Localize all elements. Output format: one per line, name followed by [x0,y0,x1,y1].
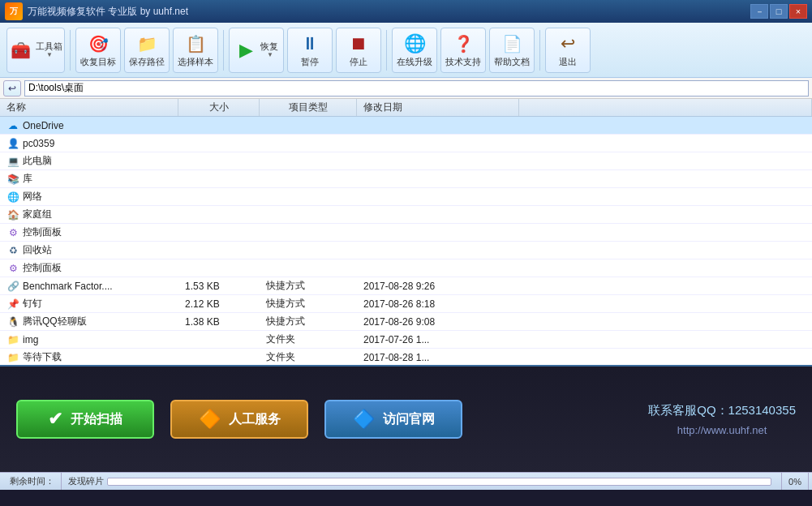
visit-icon: 🔷 [353,409,375,430]
tech-support-button[interactable]: ❓ 技术支持 [440,28,486,73]
toolbox-arrow: ▼ [46,51,53,58]
col-header-size: 大小 [178,99,260,116]
bottom-area: ✔ 开始扫描 🔶 人工服务 🔷 访问官网 联系客服QQ：1253140355 h… [0,367,812,472]
pause-icon: ⏸ [299,32,321,55]
toolbox-icon: 🧰 [10,39,32,62]
file-size: 2.12 KB [178,298,260,310]
tech-support-icon: ❓ [452,32,475,55]
sep4 [539,30,540,71]
table-row[interactable]: 🌐 网络 [0,188,812,206]
table-row[interactable]: ☁ OneDrive [0,117,812,135]
file-icon: 📌 [6,298,19,311]
table-row[interactable]: 📌 钉钉 2.12 KB 快捷方式 2017-08-26 8:18 [0,295,812,313]
table-row[interactable]: 📁 img 文件夹 2017-07-26 1... [0,331,812,349]
file-size: 1.53 KB [178,281,260,292]
recover-button[interactable]: ▶ 恢复 ▼ [229,28,284,73]
stop-icon: ⏹ [347,32,370,55]
visit-website-button[interactable]: 🔷 访问官网 [324,400,462,439]
tech-support-label: 技术支持 [445,57,481,66]
recover-target-icon: 🎯 [87,32,110,55]
human-icon: 🔶 [199,409,221,430]
fragment-label: 发现碎片 [68,475,104,487]
maximize-button[interactable]: □ [770,4,788,19]
file-list-header: 名称 大小 项目类型 修改日期 [0,99,812,117]
file-date: 2017-08-26 9:08 [357,316,519,328]
stop-button[interactable]: ⏹ 停止 [336,28,381,73]
file-name: 回收站 [23,243,52,257]
table-row[interactable]: 💻 此电脑 [0,152,812,170]
recover-icon: ▶ [234,39,257,62]
table-row[interactable]: 👤 pc0359 [0,135,812,152]
progress-percent: 0% [782,473,809,490]
time-label: 剩余时间： [10,475,54,487]
table-row[interactable]: ♻ 回收站 [0,242,812,259]
file-icon: 👤 [6,137,19,150]
fragment-status: 发现碎片 [62,473,782,490]
stop-label: 停止 [350,57,367,66]
online-upgrade-button[interactable]: 🌐 在线升级 [392,28,437,73]
address-bar: ↩ [0,78,812,99]
path-input[interactable] [24,80,809,96]
recover-target-button[interactable]: 🎯 收复目标 [75,28,121,73]
file-list-scroll[interactable]: ☁ OneDrive 👤 pc0359 💻 此电脑 📚 [0,117,812,367]
contact-area: 联系客服QQ：1253140355 http://www.uuhf.net [648,399,796,440]
file-size: 1.38 KB [178,316,260,328]
percent-label: 0% [788,477,801,487]
pause-button[interactable]: ⏸ 暂停 [287,28,333,73]
file-name: 库 [23,172,32,186]
file-icon: ♻ [6,244,19,257]
app-title: 万能视频修复软件 专业版 by uuhf.net [28,5,188,19]
exit-button[interactable]: ↩ 退出 [545,28,591,73]
minimize-button[interactable]: － [750,4,768,19]
recover-arrow: ▼ [267,51,273,58]
file-name: Benchmark Factor.... [23,281,113,292]
help-docs-button[interactable]: 📄 帮助文档 [489,28,535,73]
human-service-button[interactable]: 🔶 人工服务 [170,400,308,439]
select-sample-button[interactable]: 📋 选择样本 [173,28,218,73]
close-button[interactable]: × [789,4,807,19]
help-docs-label: 帮助文档 [494,57,530,66]
table-row[interactable]: ⚙ 控制面板 [0,259,812,277]
file-name: 家庭组 [23,208,52,221]
select-sample-label: 选择样本 [178,57,213,66]
table-row[interactable]: 📁 等待下载 文件夹 2017-08-28 1... [0,349,812,367]
table-row[interactable]: 🔗 Benchmark Factor.... 1.53 KB 快捷方式 2017… [0,277,812,295]
sep2 [223,30,224,71]
file-name: pc0359 [23,138,54,149]
col-header-name: 名称 [0,99,178,116]
file-date: 2017-08-28 9:26 [357,281,519,292]
table-row[interactable]: 🏠 家庭组 [0,206,812,224]
file-name: 等待下载 [23,350,62,364]
file-name: 此电脑 [23,154,52,168]
file-name: 控制面板 [23,225,62,239]
table-row[interactable]: ⚙ 控制面板 [0,224,812,242]
online-upgrade-icon: 🌐 [403,32,426,55]
file-type: 快捷方式 [260,315,357,328]
back-button[interactable]: ↩ [3,80,21,96]
save-path-icon: 📁 [135,32,158,55]
save-path-button[interactable]: 📁 保存路径 [124,28,170,73]
table-row[interactable]: 📚 库 [0,170,812,188]
human-label: 人工服务 [229,411,281,428]
file-icon: 📁 [6,351,19,364]
toolbar: 🧰 工具箱 ▼ 🎯 收复目标 📁 保存路径 📋 选择样本 ▶ 恢复 ▼ ⏸ 暂停… [0,23,812,78]
pause-label: 暂停 [301,57,319,66]
file-icon: ⚙ [6,262,19,275]
file-name: img [23,334,38,345]
toolbox-button[interactable]: 🧰 工具箱 ▼ [6,28,65,73]
scan-button[interactable]: ✔ 开始扫描 [16,400,154,439]
table-row[interactable]: 🐧 腾讯QQ轻聊版 1.38 KB 快捷方式 2017-08-26 9:08 [0,313,812,331]
file-icon: 🏠 [6,208,19,221]
select-sample-icon: 📋 [184,32,207,55]
exit-icon: ↩ [556,32,579,55]
file-type: 快捷方式 [260,297,357,311]
save-path-label: 保存路径 [129,57,165,66]
online-upgrade-label: 在线升级 [397,57,432,66]
file-icon: 📁 [6,333,19,346]
title-bar-left: 万 万能视频修复软件 专业版 by uuhf.net [5,2,188,20]
scan-label: 开始扫描 [71,411,122,428]
recover-label: 恢复 [260,41,278,51]
status-bar: 剩余时间： 发现碎片 0% [0,472,812,490]
file-type: 快捷方式 [260,279,357,293]
file-icon: 🌐 [6,191,19,204]
